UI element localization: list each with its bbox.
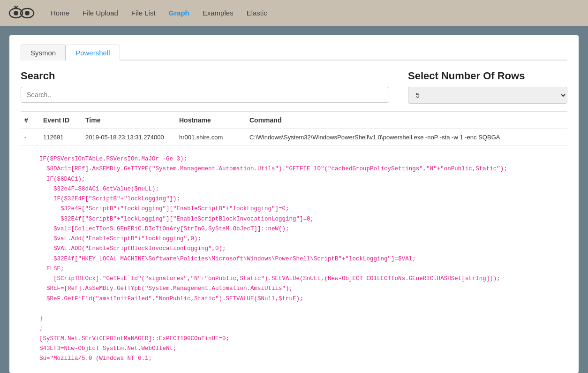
- col-header-command: Command: [246, 112, 567, 129]
- table-row: -1126912019-05-18 23:13:31.274000hr001.s…: [21, 129, 567, 146]
- logo: [8, 5, 36, 22]
- search-section: Search: [21, 70, 389, 103]
- card: Sysmon Powershell Search Select Number O…: [9, 35, 579, 373]
- nav-link-file-list[interactable]: File List: [126, 6, 161, 20]
- nav-link-graph[interactable]: Graph: [163, 6, 195, 20]
- search-row: Search Select Number Of Rows 5102550100: [21, 70, 567, 104]
- search-label: Search: [21, 70, 389, 82]
- cell-time: 2019-05-18 23:13:31.274000: [82, 129, 175, 146]
- cell-hostname: hr001.shire.com: [175, 129, 246, 146]
- svg-point-1: [14, 11, 18, 15]
- tabs: Sysmon Powershell: [21, 45, 567, 61]
- search-input[interactable]: [21, 87, 389, 103]
- rows-select[interactable]: 5102550100: [408, 87, 567, 104]
- select-section: Select Number Of Rows 5102550100: [408, 70, 567, 104]
- cell-command: C:\Windows\System32\WindowsPowerShell\v1…: [246, 129, 567, 146]
- rows-selector-label: Select Number Of Rows: [408, 70, 567, 82]
- nav-link-elastic[interactable]: Elastic: [241, 6, 273, 20]
- main-container: Sysmon Powershell Search Select Number O…: [0, 26, 588, 373]
- nav-link-home[interactable]: Home: [45, 6, 75, 20]
- data-table: # Event ID Time Hostname Command -112691…: [21, 111, 567, 146]
- svg-point-3: [25, 11, 30, 15]
- tab-powershell[interactable]: Powershell: [66, 45, 120, 61]
- nav-link-examples[interactable]: Examples: [197, 6, 239, 20]
- tab-sysmon[interactable]: Sysmon: [21, 45, 66, 61]
- nav-link-file-upload[interactable]: File Upload: [77, 6, 124, 20]
- nav-links: HomeFile UploadFile ListGraphExamplesEla…: [45, 6, 273, 20]
- code-block: IF($PSVersIOnTAbLe.PSVersIOn.MaJOr -Ge 3…: [21, 151, 567, 364]
- table-header-row: # Event ID Time Hostname Command: [21, 112, 567, 129]
- col-header-eventid: Event ID: [39, 112, 82, 129]
- col-header-hostname: Hostname: [175, 112, 246, 129]
- navbar: HomeFile UploadFile ListGraphExamplesEla…: [0, 0, 588, 26]
- col-header-hash: #: [21, 112, 39, 129]
- cell-event_id: 112691: [39, 129, 82, 146]
- col-header-time: Time: [82, 112, 175, 129]
- cell-num: -: [21, 129, 39, 146]
